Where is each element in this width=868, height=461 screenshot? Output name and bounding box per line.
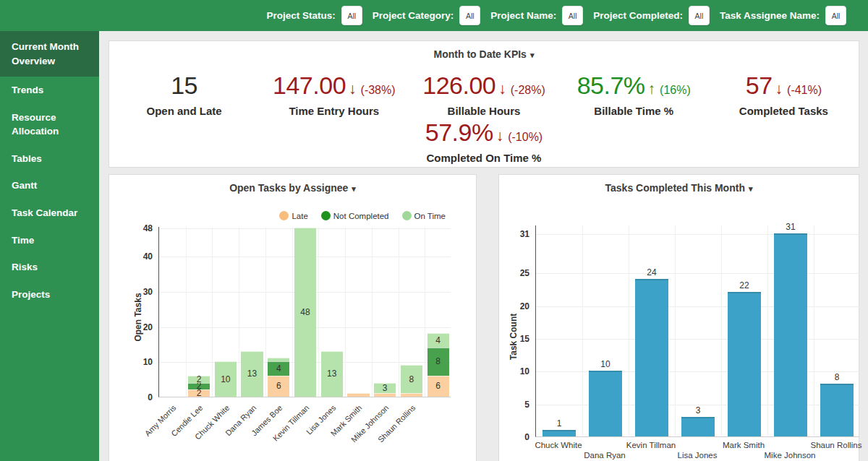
- bar-value-label: 24: [635, 267, 668, 277]
- kpi-value: 85.7%: [577, 72, 645, 99]
- y-tick-label: 40: [128, 251, 153, 262]
- kpi-label: Time Entry Hours: [259, 105, 409, 117]
- bar[interactable]: [681, 417, 715, 436]
- x-tick-label: Dana Ryan: [558, 451, 651, 460]
- bar-value-label: 2: [188, 374, 210, 384]
- kpi-completed-on-time-: 57.9%↓(-10%)Completed On Time %: [109, 119, 859, 164]
- bar-segment-on-time[interactable]: 4: [427, 333, 449, 347]
- bar[interactable]: [635, 279, 668, 436]
- sidebar-item-current-month-overview[interactable]: Current Month Overview: [0, 31, 99, 77]
- caret-down-icon[interactable]: ▾: [749, 184, 753, 193]
- gridline: [536, 339, 859, 340]
- gridline: [212, 227, 213, 397]
- completed-tasks-chart-card: Tasks Completed This Month▾ 110243223180…: [498, 174, 859, 461]
- bar-segment-late[interactable]: 6: [427, 376, 449, 397]
- sidebar-item-resource-allocation[interactable]: Resource Allocation: [0, 104, 99, 145]
- bar[interactable]: [589, 371, 622, 436]
- kpi-card-title-text: Month to Date KPIs: [434, 48, 527, 60]
- bar-segment-late[interactable]: [401, 393, 422, 397]
- bar[interactable]: [542, 430, 576, 436]
- filter-label: Project Name:: [490, 10, 556, 21]
- kpi-value: 57.9%: [425, 119, 493, 146]
- bar-segment-on-time[interactable]: [268, 358, 289, 361]
- x-tick-label: Shaun Rollins: [790, 441, 868, 449]
- filter-all-button[interactable]: All: [459, 6, 480, 25]
- sidebar-item-projects[interactable]: Projects: [0, 281, 99, 309]
- x-tick-label: Kevin Tillman: [605, 441, 697, 449]
- kpi-label: Completed On Time %: [109, 152, 859, 164]
- bar-segment-on-time[interactable]: 3: [374, 383, 396, 394]
- gridline: [536, 371, 859, 372]
- bar-value-label: 4: [268, 363, 289, 374]
- kpi-delta: (-28%): [511, 84, 545, 96]
- bar-segment-not-completed[interactable]: 4: [268, 361, 289, 375]
- filter-group-4: Task Assignee Name:All: [720, 6, 846, 25]
- arrow-down-icon: ↓: [349, 80, 357, 97]
- bar-segment-late[interactable]: [374, 393, 396, 397]
- bar-segment-late[interactable]: [347, 393, 369, 397]
- kpi-value: 126.00: [422, 72, 495, 99]
- filter-group-1: Project Category:All: [373, 6, 481, 25]
- sidebar-item-gantt[interactable]: Gantt: [0, 172, 99, 199]
- bar-segment-on-time[interactable]: 13: [321, 351, 343, 397]
- bar-segment-on-time[interactable]: 48: [294, 228, 316, 397]
- kpi-time-entry-hours: 147.00↓(-38%)Time Entry Hours: [259, 72, 409, 117]
- filter-all-button[interactable]: All: [341, 6, 362, 25]
- y-tick-label: 20: [505, 301, 529, 311]
- completed-tasks-chart-title: Tasks Completed This Month▾: [499, 175, 859, 194]
- gridline: [372, 227, 373, 397]
- sidebar-item-trends[interactable]: Trends: [0, 77, 99, 104]
- legend-item-on-time[interactable]: On Time: [402, 211, 446, 220]
- kpi-row-second: 57.9%↓(-10%)Completed On Time %: [109, 119, 859, 164]
- y-tick-label: 0: [128, 392, 153, 402]
- bar[interactable]: [728, 292, 761, 436]
- gridline: [536, 234, 859, 235]
- legend-dot-icon: [321, 211, 331, 220]
- bar-segment-late[interactable]: 6: [268, 376, 289, 397]
- filter-label: Project Completed:: [593, 10, 683, 21]
- x-tick-label: Mark Smith: [697, 441, 790, 449]
- y-tick-label: 25: [505, 268, 529, 278]
- y-axis-title: Open Tasks: [133, 293, 143, 341]
- legend-item-not-completed[interactable]: Not Completed: [321, 211, 389, 220]
- plot-area: 11024322318: [535, 225, 859, 437]
- sidebar-item-tables[interactable]: Tables: [0, 145, 99, 173]
- x-tick-label: Mike Johnson: [744, 451, 836, 460]
- kpi-card-title: Month to Date KPIs▾: [109, 41, 859, 60]
- kpi-value-row: 57.9%↓(-10%): [109, 119, 859, 147]
- kpi-billable-hours: 126.00↓(-28%)Billable Hours: [409, 72, 558, 117]
- bar-value-label: 1: [542, 418, 576, 428]
- bar-segment-not-completed[interactable]: 8: [427, 348, 449, 376]
- bar[interactable]: [820, 384, 854, 436]
- sidebar-item-time[interactable]: Time: [0, 227, 99, 254]
- kpi-value-row: 126.00↓(-28%): [409, 72, 558, 100]
- y-tick-label: 31: [505, 229, 529, 239]
- filter-all-button[interactable]: All: [689, 6, 710, 25]
- legend-item-late[interactable]: Late: [279, 211, 307, 220]
- filter-bar: Project Status:AllProject Category:AllPr…: [0, 0, 868, 31]
- gridline: [265, 227, 266, 397]
- bar-value-label: 8: [401, 374, 422, 384]
- bar-segment-on-time[interactable]: 2: [188, 376, 210, 383]
- caret-down-icon[interactable]: ▾: [352, 184, 356, 193]
- open-tasks-chart-legend: LateNot CompletedOn Time: [279, 211, 446, 220]
- x-tick-label: Amy Morris: [95, 403, 178, 461]
- bar-value-label: 8: [820, 372, 854, 382]
- bar-segment-on-time[interactable]: 8: [401, 365, 422, 393]
- arrow-down-icon: ↓: [498, 80, 506, 97]
- gridline: [536, 306, 859, 307]
- kpi-delta: (-38%): [361, 84, 396, 96]
- bar-value-label: 6: [427, 381, 449, 391]
- sidebar-item-task-calendar[interactable]: Task Calendar: [0, 199, 99, 227]
- kpi-value-row: 85.7%↑(16%): [559, 72, 709, 100]
- caret-down-icon[interactable]: ▾: [530, 51, 535, 59]
- filter-all-button[interactable]: All: [825, 6, 846, 25]
- filter-all-button[interactable]: All: [562, 6, 583, 25]
- bar[interactable]: [774, 233, 807, 436]
- kpi-row: 15Open and Late147.00↓(-38%)Time Entry H…: [109, 72, 859, 117]
- y-tick-label: 48: [128, 223, 153, 233]
- sidebar-item-risks[interactable]: Risks: [0, 254, 99, 281]
- bar-segment-on-time[interactable]: 10: [215, 361, 237, 397]
- bar-value-label: 4: [427, 335, 449, 345]
- bar-segment-on-time[interactable]: 13: [241, 351, 263, 397]
